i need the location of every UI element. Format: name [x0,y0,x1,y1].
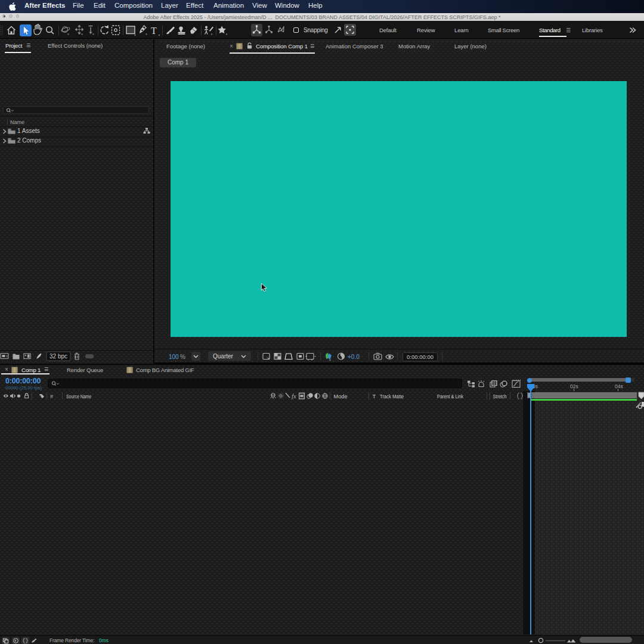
svg-text:Mode: Mode [334,393,348,400]
svg-text:Track Matte: Track Matte [380,393,404,400]
svg-text:T: T [373,393,376,400]
svg-text:Source Name: Source Name [66,393,91,400]
svg-text:fx: fx [292,393,296,400]
svg-text:Stretch: Stretch [493,393,507,400]
svg-text:32 bpc: 32 bpc [49,353,67,360]
svg-text:T: T [151,26,157,36]
svg-text:Parent & Link: Parent & Link [437,393,463,400]
svg-text:#: # [50,394,53,400]
